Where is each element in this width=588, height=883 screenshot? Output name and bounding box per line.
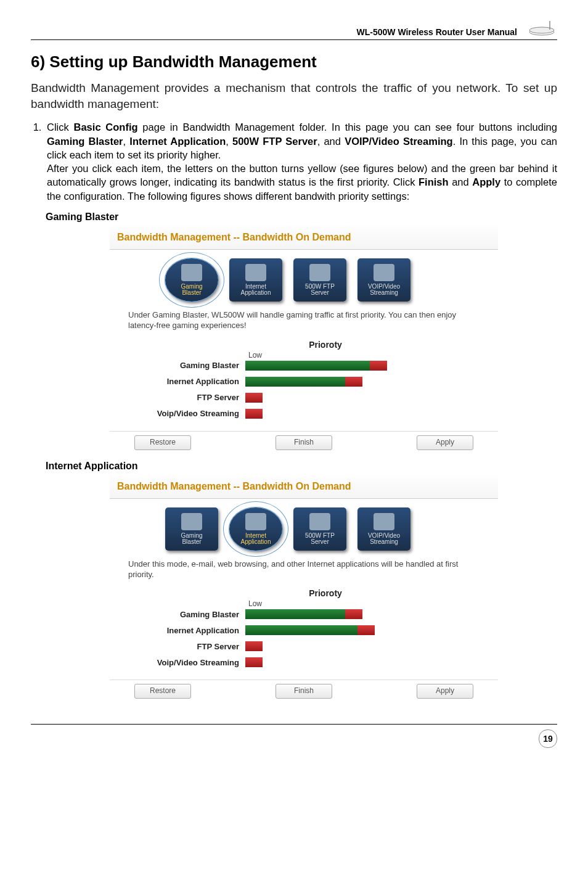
- page-footer: 19: [31, 724, 557, 748]
- priority-title: Prioroty: [165, 588, 486, 598]
- mode-ftp-server[interactable]: 500W FTP Server: [293, 507, 346, 551]
- priority-row-gaming: Gaming Blaster: [128, 609, 486, 619]
- screenshot-internet-application: Bandwidth Management -- Bandwidth On Dem…: [109, 474, 499, 706]
- subhead-gaming-blaster: Gaming Blaster: [46, 212, 557, 223]
- mode-voip-video[interactable]: VOIP/Video Streaming: [357, 507, 410, 551]
- priority-chart: Prioroty Low Gaming Blaster Inernet Appl…: [110, 585, 498, 680]
- globe-icon: [245, 264, 266, 281]
- screenshot-gaming-blaster: Bandwidth Management -- Bandwidth On Dem…: [109, 225, 499, 457]
- priority-row-internet: Inernet Application: [128, 625, 486, 635]
- mode-voip-video[interactable]: VOIP/Video Streaming: [357, 258, 410, 302]
- button-row: Restore Finish Apply: [110, 431, 498, 456]
- finish-button[interactable]: Finish: [276, 435, 332, 450]
- phone-icon: [374, 264, 394, 281]
- section-title: 6) Setting up Bandwidth Management: [31, 52, 557, 72]
- button-row: Restore Finish Apply: [110, 680, 498, 705]
- finish-button[interactable]: Finish: [276, 684, 332, 699]
- apply-button[interactable]: Apply: [417, 435, 473, 450]
- low-label: Low: [248, 599, 486, 608]
- router-icon: [526, 18, 557, 37]
- mode-ftp-server[interactable]: 500W FTP Server: [293, 258, 346, 302]
- server-icon: [309, 264, 330, 281]
- restore-button[interactable]: Restore: [134, 684, 191, 699]
- panel-title: Bandwidth Management -- Bandwidth On Dem…: [110, 226, 498, 250]
- restore-button[interactable]: Restore: [134, 435, 191, 450]
- priority-row-ftp: FTP Server: [128, 641, 486, 651]
- mode-internet-application[interactable]: Internet Application: [229, 258, 282, 302]
- server-icon: [309, 513, 330, 530]
- priority-row-voip: Voip/Video Streaming: [128, 409, 486, 419]
- mode-gaming-blaster[interactable]: Gaming Blaster: [165, 258, 218, 302]
- page-number: 19: [539, 729, 557, 748]
- section-intro: Bandwidth Management provides a mechanis…: [31, 80, 557, 112]
- mode-description: Under this mode, e-mail, web browsing, a…: [110, 557, 498, 585]
- globe-icon: [245, 513, 266, 530]
- doc-title: WL-500W Wireless Router User Manual: [357, 27, 527, 37]
- priority-row-ftp: FTP Server: [128, 393, 486, 403]
- priority-row-gaming: Gaming Blaster: [128, 361, 486, 371]
- mode-gaming-blaster[interactable]: Gaming Blaster: [165, 507, 218, 551]
- mode-buttons-row: Gaming Blaster Internet Application 500W…: [110, 499, 498, 557]
- page-header: WL-500W Wireless Router User Manual: [31, 18, 557, 40]
- gamepad-icon: [181, 264, 202, 281]
- subhead-internet-application: Internet Application: [46, 461, 557, 472]
- mode-description: Under Gaming Blaster, WL500W will handle…: [110, 308, 498, 336]
- priority-row-internet: Inernet Application: [128, 377, 486, 387]
- mode-internet-application[interactable]: Internet Application: [229, 507, 282, 551]
- panel-title: Bandwidth Management -- Bandwidth On Dem…: [110, 475, 498, 499]
- phone-icon: [374, 513, 394, 530]
- gamepad-icon: [181, 513, 202, 530]
- priority-row-voip: Voip/Video Streaming: [128, 657, 486, 667]
- step-1: Click Basic Config page in Bandwidth Man…: [44, 120, 557, 203]
- svg-point-1: [529, 27, 554, 33]
- priority-chart: Prioroty Low Gaming Blaster Inernet Appl…: [110, 336, 498, 431]
- steps-list: Click Basic Config page in Bandwidth Man…: [31, 120, 557, 203]
- mode-buttons-row: Gaming Blaster Internet Application 500W…: [110, 250, 498, 308]
- apply-button[interactable]: Apply: [417, 684, 473, 699]
- priority-title: Prioroty: [165, 340, 486, 350]
- low-label: Low: [248, 351, 486, 359]
